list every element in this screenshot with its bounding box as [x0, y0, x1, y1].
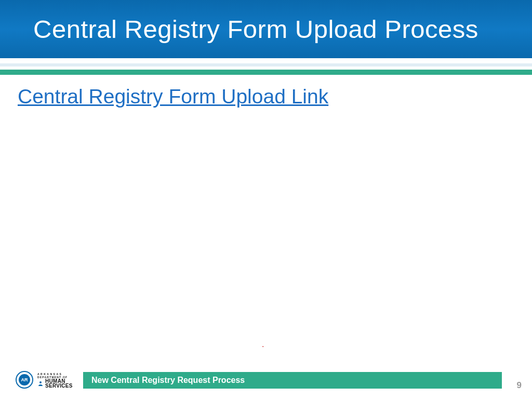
title-bar: Central Registry Form Upload Process — [0, 0, 532, 58]
divider-teal — [0, 70, 532, 75]
footer: AR ARKANSAS DEPARTMENT OF HUMAN SERVICES… — [0, 370, 532, 391]
divider-grey — [0, 63, 532, 66]
footer-title: New Central Registry Request Process — [91, 376, 245, 385]
slide-title: Central Registry Form Upload Process — [33, 15, 478, 44]
person-star-icon — [37, 380, 44, 387]
dept-logo: ARKANSAS DEPARTMENT OF HUMAN SERVICES — [37, 372, 78, 389]
slide-body: Central Registry Form Upload Link — [18, 85, 514, 108]
upload-link[interactable]: Central Registry Form Upload Link — [18, 85, 328, 108]
seal-label: AR — [19, 374, 30, 385]
slide: Central Registry Form Upload Process Cen… — [0, 0, 532, 399]
page-number: 9 — [517, 380, 522, 391]
dept-main2: SERVICES — [45, 383, 73, 388]
footer-bar: New Central Registry Request Process — [83, 372, 502, 389]
marker-dot: . — [262, 340, 264, 349]
state-seal-icon: AR — [16, 371, 33, 389]
svg-point-0 — [39, 381, 42, 383]
